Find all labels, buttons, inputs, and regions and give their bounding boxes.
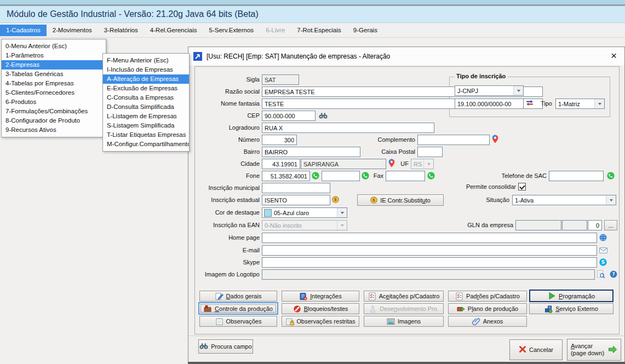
skype-icon[interactable]: S bbox=[599, 258, 607, 266]
fax-whatsapp-icon[interactable] bbox=[427, 172, 435, 180]
menubar-item-gerais[interactable]: 9-Gerais bbox=[347, 25, 383, 36]
imagens-button[interactable]: Imagens bbox=[364, 316, 444, 327]
app-titlebar[interactable]: Módulo de Gestão Industrial - Versão: 21… bbox=[0, 6, 625, 23]
chevron-down-icon bbox=[337, 221, 347, 230]
menubar-item-relatorios[interactable]: 3-Relatórios bbox=[98, 25, 144, 36]
complemento-field[interactable] bbox=[417, 135, 490, 145]
inscricao-ean-value: 0-Não inscrito bbox=[262, 222, 337, 229]
servico-externo-button[interactable]: Serviço Externo bbox=[529, 303, 613, 314]
menu-item[interactable]: 3-Tabelas Genéricas bbox=[2, 70, 106, 79]
help-icon[interactable]: ? bbox=[610, 270, 617, 278]
inscricao-municipal-field[interactable] bbox=[262, 183, 330, 193]
inscricao-ean-combo[interactable]: 0-Não inscrito bbox=[262, 220, 347, 230]
sac-whatsapp-icon[interactable] bbox=[607, 172, 615, 180]
cor-destaque-combo[interactable]: 05-Azul claro bbox=[262, 207, 347, 218]
email-field[interactable] bbox=[262, 245, 597, 256]
cancelar-button[interactable]: Cancelar bbox=[509, 339, 563, 360]
plano-producao-button[interactable]: Plano de produção bbox=[448, 303, 527, 314]
logradouro-field[interactable]: RUA X bbox=[262, 123, 434, 133]
gln-field-3[interactable]: 0 bbox=[588, 220, 602, 230]
menu-item[interactable]: 4-Tabelas por Empresas bbox=[2, 79, 106, 88]
menubar-item-rel-gerenciais[interactable]: 4-Rel.Gerenciais bbox=[144, 25, 203, 36]
background-window-strip bbox=[0, 0, 625, 4]
situacao-value: 1-Ativa bbox=[513, 197, 606, 204]
menu-item[interactable]: L-Listagem de Empresas bbox=[103, 112, 189, 121]
home-page-field[interactable] bbox=[262, 233, 597, 243]
menu-item-selected[interactable]: 2-Empresas bbox=[2, 60, 106, 70]
caixa-postal-field[interactable] bbox=[417, 147, 443, 157]
cidade-map-pin-icon[interactable] bbox=[388, 159, 395, 167]
dialog-titlebar[interactable]: [Usu: RECH] [Emp: SAT] Manutenção de emp… bbox=[188, 47, 624, 65]
observacoes-restritas-button[interactable]: Observações restritas bbox=[282, 316, 359, 327]
fone-whatsapp-icon[interactable] bbox=[312, 172, 319, 180]
image-icon bbox=[387, 317, 395, 326]
menu-item[interactable]: 0-Menu Anterior (Esc) bbox=[2, 42, 106, 51]
controle-producao-button[interactable]: Controle da produção bbox=[198, 302, 278, 315]
globe-icon[interactable] bbox=[599, 234, 607, 241]
logotipo-field[interactable] bbox=[262, 269, 595, 280]
menu-item[interactable]: M-Configur.Compartilhamento bbox=[103, 140, 189, 149]
uf-combo[interactable]: RS bbox=[411, 159, 434, 169]
menu-item[interactable]: 6-Produtos bbox=[2, 97, 106, 107]
menu-item[interactable]: I-Inclusão de Empresas bbox=[103, 65, 189, 74]
numero-field[interactable]: 300 bbox=[262, 135, 297, 145]
padroes-cadastro-button[interactable]: Padrões p/Cadastro bbox=[448, 291, 527, 302]
menu-item[interactable]: D-Consulta Simplificada bbox=[103, 102, 189, 112]
menu-item[interactable]: 5-Clientes/Fornecedores bbox=[2, 88, 106, 97]
cnpj-field[interactable]: 19.100.000/0000-00 bbox=[455, 99, 524, 109]
bairro-field[interactable]: BAIRRO bbox=[262, 147, 360, 157]
tipo-combo[interactable]: 1-Matriz bbox=[555, 99, 605, 109]
color-swatch bbox=[264, 209, 272, 217]
sigla-field[interactable]: SAT bbox=[262, 74, 299, 85]
inscricao-estadual-coin-icon[interactable]: $ bbox=[332, 196, 339, 203]
permite-consolidar-checkbox[interactable] bbox=[518, 183, 526, 190]
fone2-field[interactable] bbox=[322, 171, 360, 181]
cidade-codigo-field[interactable]: 43.19901 bbox=[262, 159, 300, 169]
gln-field-1[interactable] bbox=[515, 220, 561, 230]
dados-gerais-button[interactable]: Dados gerais bbox=[199, 291, 277, 302]
arrow-right-icon bbox=[608, 345, 617, 355]
tipo-inscricao-combo[interactable]: J-CNPJ bbox=[455, 85, 524, 96]
anexos-button[interactable]: Anexos bbox=[448, 316, 527, 327]
chevron-down-icon bbox=[606, 195, 616, 205]
skype-field[interactable] bbox=[262, 257, 597, 268]
situacao-combo[interactable]: 1-Ativa bbox=[512, 195, 616, 205]
telefone-sac-field[interactable] bbox=[549, 171, 604, 181]
fone-field[interactable]: 51.3582.4001 bbox=[262, 171, 310, 181]
menu-item[interactable]: 7-Formulações/Combinações bbox=[2, 107, 106, 116]
menu-item[interactable]: C-Consulta a Empresas bbox=[103, 93, 189, 102]
menubar-item-rot-especiais[interactable]: 7-Rot.Especiais bbox=[291, 25, 347, 36]
aceitacoes-cadastro-button[interactable]: Aceitações p/Cadastro bbox=[364, 291, 444, 302]
integracoes-button[interactable]: Integrações bbox=[282, 291, 359, 302]
complemento-map-pin-icon[interactable] bbox=[492, 135, 498, 143]
gln-more-button[interactable]: ... bbox=[604, 220, 617, 230]
avancar-button[interactable]: Avançar (page down) bbox=[567, 339, 621, 361]
menu-item[interactable]: 8-Configurador de Produto bbox=[2, 116, 106, 125]
mail-icon[interactable] bbox=[599, 247, 607, 253]
programacao-button[interactable]: Programação bbox=[529, 290, 613, 302]
menu-item[interactable]: T-Listar Etiquetas Empresas bbox=[103, 130, 189, 140]
bloqueios-testes-button[interactable]: Bloqueios/testes bbox=[282, 303, 359, 314]
inscricao-estadual-field[interactable]: ISENTO bbox=[262, 195, 330, 205]
menubar-item-movimentos[interactable]: 2-Movimentos bbox=[47, 25, 98, 36]
cep-field[interactable]: 90.000-000 bbox=[262, 111, 316, 121]
transfer-arrows-icon[interactable] bbox=[526, 100, 534, 106]
gln-field-2[interactable] bbox=[562, 220, 587, 230]
menu-item[interactable]: 1-Parâmetros bbox=[2, 51, 106, 60]
cidade-nome-field[interactable]: SAPIRANGA bbox=[301, 159, 386, 169]
ie-contr-substituto-button[interactable]: $ IE Contr.Substituto bbox=[357, 194, 444, 206]
observacoes-button[interactable]: Observações bbox=[199, 316, 277, 327]
image-search-icon[interactable] bbox=[597, 270, 605, 279]
menu-item[interactable]: F-Menu Anterior (Esc) bbox=[103, 56, 189, 65]
close-icon[interactable]: × bbox=[611, 49, 617, 62]
cep-search-binoculars-icon[interactable] bbox=[319, 112, 328, 119]
menu-item[interactable]: S-Listagem Simplificada bbox=[103, 121, 189, 130]
fone2-whatsapp-icon[interactable] bbox=[362, 172, 369, 180]
procura-campo-button[interactable]: Procura campo bbox=[198, 339, 253, 354]
fax-field[interactable] bbox=[386, 171, 425, 181]
menu-item[interactable]: 9-Recursos Ativos bbox=[2, 125, 106, 135]
menubar-item-serv-externos[interactable]: 5-Serv.Externos bbox=[203, 25, 260, 36]
menu-item-selected[interactable]: A-Alteração de Empresas bbox=[103, 74, 189, 84]
menu-item[interactable]: E-Exclusão de Empresas bbox=[103, 84, 189, 93]
menubar-item-cadastros[interactable]: 1-Cadastros bbox=[0, 25, 47, 36]
